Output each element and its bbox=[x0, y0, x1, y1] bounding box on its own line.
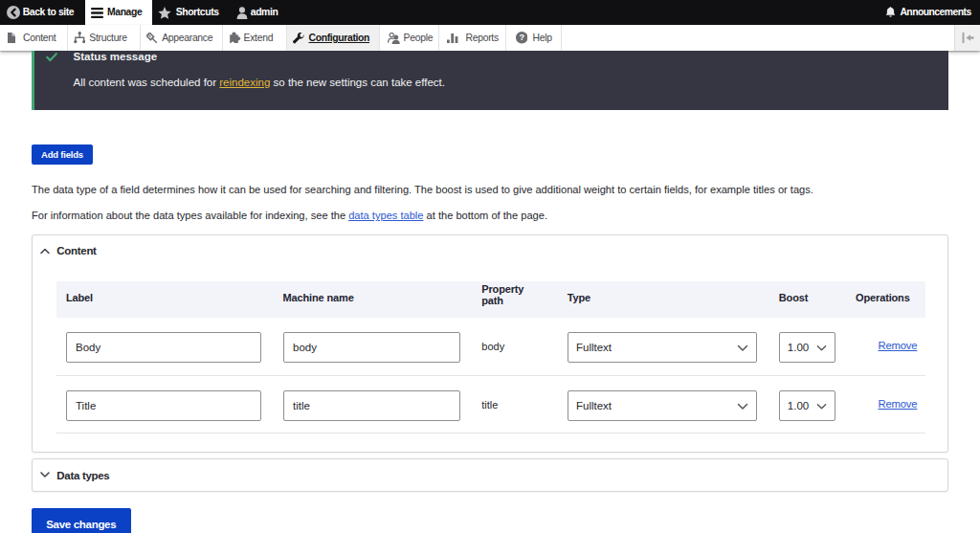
svg-text:?: ? bbox=[519, 33, 524, 42]
